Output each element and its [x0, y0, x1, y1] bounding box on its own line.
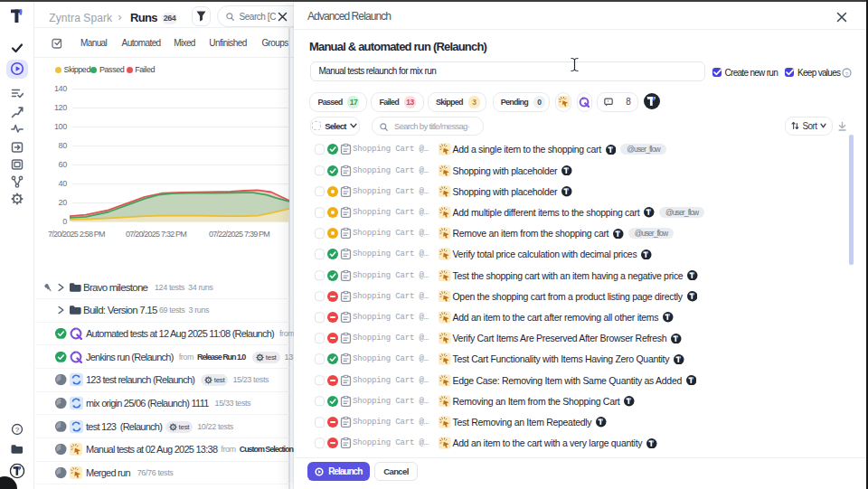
svg-text:?: ? — [14, 426, 19, 434]
svg-text:?: ? — [845, 71, 849, 77]
